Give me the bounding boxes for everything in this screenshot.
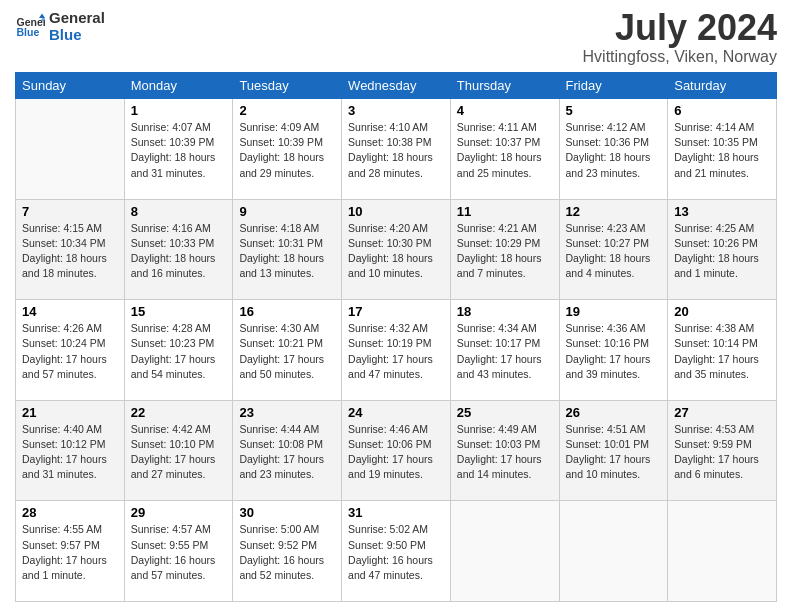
calendar-cell: 31Sunrise: 5:02 AMSunset: 9:50 PMDayligh…: [342, 501, 451, 602]
svg-text:Blue: Blue: [17, 26, 40, 38]
header: General Blue General Blue July 2024 Hvit…: [15, 10, 777, 66]
day-info: Sunrise: 5:00 AMSunset: 9:52 PMDaylight:…: [239, 522, 335, 583]
day-info: Sunrise: 4:16 AMSunset: 10:33 PMDaylight…: [131, 221, 227, 282]
day-number: 31: [348, 505, 444, 520]
day-info: Sunrise: 4:40 AMSunset: 10:12 PMDaylight…: [22, 422, 118, 483]
day-number: 15: [131, 304, 227, 319]
day-number: 20: [674, 304, 770, 319]
calendar-cell: 19Sunrise: 4:36 AMSunset: 10:16 PMDaylig…: [559, 300, 668, 401]
day-info: Sunrise: 4:34 AMSunset: 10:17 PMDaylight…: [457, 321, 553, 382]
logo: General Blue General Blue: [15, 10, 105, 43]
calendar-cell: 18Sunrise: 4:34 AMSunset: 10:17 PMDaylig…: [450, 300, 559, 401]
day-number: 13: [674, 204, 770, 219]
day-number: 30: [239, 505, 335, 520]
calendar-cell: 17Sunrise: 4:32 AMSunset: 10:19 PMDaylig…: [342, 300, 451, 401]
calendar-week-row: 14Sunrise: 4:26 AMSunset: 10:24 PMDaylig…: [16, 300, 777, 401]
day-info: Sunrise: 4:12 AMSunset: 10:36 PMDaylight…: [566, 120, 662, 181]
day-info: Sunrise: 4:49 AMSunset: 10:03 PMDaylight…: [457, 422, 553, 483]
calendar-cell: 8Sunrise: 4:16 AMSunset: 10:33 PMDayligh…: [124, 199, 233, 300]
logo-blue: Blue: [49, 27, 105, 44]
calendar-cell: 29Sunrise: 4:57 AMSunset: 9:55 PMDayligh…: [124, 501, 233, 602]
day-info: Sunrise: 4:30 AMSunset: 10:21 PMDaylight…: [239, 321, 335, 382]
weekday-header-thursday: Thursday: [450, 73, 559, 99]
main-title: July 2024: [583, 10, 777, 46]
day-number: 21: [22, 405, 118, 420]
calendar-cell: 15Sunrise: 4:28 AMSunset: 10:23 PMDaylig…: [124, 300, 233, 401]
subtitle: Hvittingfoss, Viken, Norway: [583, 48, 777, 66]
calendar-cell: 16Sunrise: 4:30 AMSunset: 10:21 PMDaylig…: [233, 300, 342, 401]
calendar-cell: 7Sunrise: 4:15 AMSunset: 10:34 PMDayligh…: [16, 199, 125, 300]
calendar-cell: 5Sunrise: 4:12 AMSunset: 10:36 PMDayligh…: [559, 99, 668, 200]
day-number: 16: [239, 304, 335, 319]
weekday-header-tuesday: Tuesday: [233, 73, 342, 99]
day-info: Sunrise: 4:09 AMSunset: 10:39 PMDaylight…: [239, 120, 335, 181]
day-info: Sunrise: 4:07 AMSunset: 10:39 PMDaylight…: [131, 120, 227, 181]
day-info: Sunrise: 4:28 AMSunset: 10:23 PMDaylight…: [131, 321, 227, 382]
logo-general: General: [49, 10, 105, 27]
day-number: 9: [239, 204, 335, 219]
day-number: 23: [239, 405, 335, 420]
weekday-header-friday: Friday: [559, 73, 668, 99]
calendar-cell: 28Sunrise: 4:55 AMSunset: 9:57 PMDayligh…: [16, 501, 125, 602]
title-block: July 2024 Hvittingfoss, Viken, Norway: [583, 10, 777, 66]
day-info: Sunrise: 4:23 AMSunset: 10:27 PMDaylight…: [566, 221, 662, 282]
day-info: Sunrise: 4:21 AMSunset: 10:29 PMDaylight…: [457, 221, 553, 282]
calendar-cell: 24Sunrise: 4:46 AMSunset: 10:06 PMDaylig…: [342, 400, 451, 501]
calendar-cell: 26Sunrise: 4:51 AMSunset: 10:01 PMDaylig…: [559, 400, 668, 501]
day-number: 18: [457, 304, 553, 319]
calendar-cell: 25Sunrise: 4:49 AMSunset: 10:03 PMDaylig…: [450, 400, 559, 501]
day-number: 14: [22, 304, 118, 319]
calendar-cell: 12Sunrise: 4:23 AMSunset: 10:27 PMDaylig…: [559, 199, 668, 300]
day-number: 19: [566, 304, 662, 319]
calendar-cell: [668, 501, 777, 602]
logo-icon: General Blue: [15, 12, 45, 42]
calendar-cell: 22Sunrise: 4:42 AMSunset: 10:10 PMDaylig…: [124, 400, 233, 501]
day-info: Sunrise: 5:02 AMSunset: 9:50 PMDaylight:…: [348, 522, 444, 583]
day-info: Sunrise: 4:57 AMSunset: 9:55 PMDaylight:…: [131, 522, 227, 583]
calendar-table: SundayMondayTuesdayWednesdayThursdayFrid…: [15, 72, 777, 602]
day-info: Sunrise: 4:18 AMSunset: 10:31 PMDaylight…: [239, 221, 335, 282]
day-info: Sunrise: 4:20 AMSunset: 10:30 PMDaylight…: [348, 221, 444, 282]
day-info: Sunrise: 4:53 AMSunset: 9:59 PMDaylight:…: [674, 422, 770, 483]
day-number: 12: [566, 204, 662, 219]
day-number: 7: [22, 204, 118, 219]
day-number: 6: [674, 103, 770, 118]
calendar-cell: 3Sunrise: 4:10 AMSunset: 10:38 PMDayligh…: [342, 99, 451, 200]
weekday-header-sunday: Sunday: [16, 73, 125, 99]
day-number: 25: [457, 405, 553, 420]
calendar-cell: 1Sunrise: 4:07 AMSunset: 10:39 PMDayligh…: [124, 99, 233, 200]
calendar-week-row: 21Sunrise: 4:40 AMSunset: 10:12 PMDaylig…: [16, 400, 777, 501]
weekday-header-row: SundayMondayTuesdayWednesdayThursdayFrid…: [16, 73, 777, 99]
day-number: 24: [348, 405, 444, 420]
day-number: 3: [348, 103, 444, 118]
calendar-week-row: 1Sunrise: 4:07 AMSunset: 10:39 PMDayligh…: [16, 99, 777, 200]
day-number: 27: [674, 405, 770, 420]
calendar-week-row: 28Sunrise: 4:55 AMSunset: 9:57 PMDayligh…: [16, 501, 777, 602]
day-number: 11: [457, 204, 553, 219]
calendar-cell: 2Sunrise: 4:09 AMSunset: 10:39 PMDayligh…: [233, 99, 342, 200]
day-number: 26: [566, 405, 662, 420]
day-info: Sunrise: 4:10 AMSunset: 10:38 PMDaylight…: [348, 120, 444, 181]
day-info: Sunrise: 4:26 AMSunset: 10:24 PMDaylight…: [22, 321, 118, 382]
calendar-cell: 20Sunrise: 4:38 AMSunset: 10:14 PMDaylig…: [668, 300, 777, 401]
day-number: 17: [348, 304, 444, 319]
day-info: Sunrise: 4:46 AMSunset: 10:06 PMDaylight…: [348, 422, 444, 483]
calendar-cell: 14Sunrise: 4:26 AMSunset: 10:24 PMDaylig…: [16, 300, 125, 401]
calendar-cell: 9Sunrise: 4:18 AMSunset: 10:31 PMDayligh…: [233, 199, 342, 300]
day-number: 29: [131, 505, 227, 520]
calendar-cell: 21Sunrise: 4:40 AMSunset: 10:12 PMDaylig…: [16, 400, 125, 501]
day-info: Sunrise: 4:15 AMSunset: 10:34 PMDaylight…: [22, 221, 118, 282]
page: General Blue General Blue July 2024 Hvit…: [0, 0, 792, 612]
day-number: 2: [239, 103, 335, 118]
calendar-week-row: 7Sunrise: 4:15 AMSunset: 10:34 PMDayligh…: [16, 199, 777, 300]
day-info: Sunrise: 4:44 AMSunset: 10:08 PMDaylight…: [239, 422, 335, 483]
calendar-cell: 11Sunrise: 4:21 AMSunset: 10:29 PMDaylig…: [450, 199, 559, 300]
day-number: 5: [566, 103, 662, 118]
day-number: 8: [131, 204, 227, 219]
calendar-cell: 23Sunrise: 4:44 AMSunset: 10:08 PMDaylig…: [233, 400, 342, 501]
weekday-header-monday: Monday: [124, 73, 233, 99]
day-info: Sunrise: 4:32 AMSunset: 10:19 PMDaylight…: [348, 321, 444, 382]
day-number: 1: [131, 103, 227, 118]
day-info: Sunrise: 4:11 AMSunset: 10:37 PMDaylight…: [457, 120, 553, 181]
day-info: Sunrise: 4:38 AMSunset: 10:14 PMDaylight…: [674, 321, 770, 382]
